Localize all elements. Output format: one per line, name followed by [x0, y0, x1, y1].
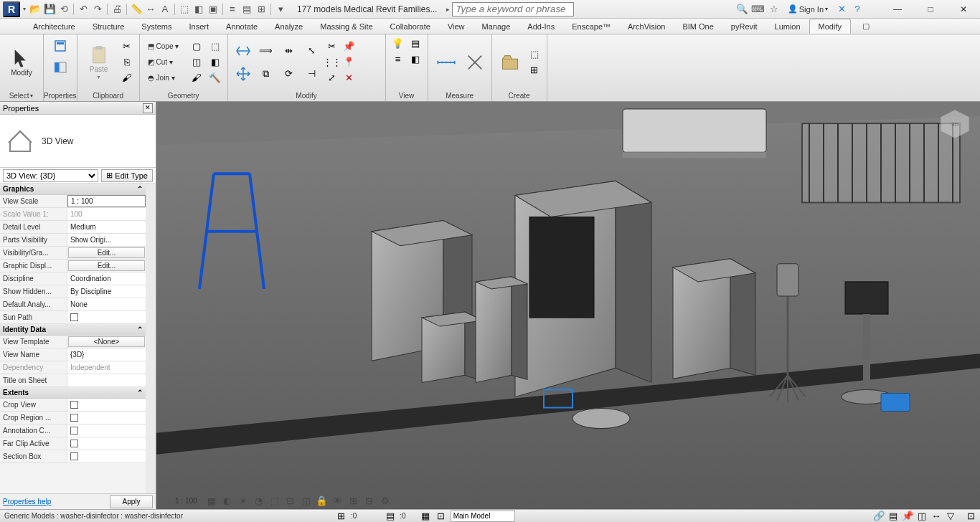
assembly-icon[interactable]: ⊞ [527, 63, 542, 77]
visual-style-icon[interactable]: ◐ [222, 495, 233, 506]
create-similar-button[interactable] [496, 39, 524, 85]
modify-tool-button[interactable]: Modify [4, 39, 39, 85]
view-scale-display[interactable]: 1 : 100 [171, 497, 202, 505]
customize-qat-icon[interactable]: ▾ [274, 3, 287, 16]
scale-icon[interactable]: ⤢ [324, 71, 340, 85]
main-model-icon[interactable]: ⊡ [435, 511, 448, 522]
switch-windows-icon[interactable]: ⊞ [255, 3, 268, 16]
design-options-icon[interactable]: ▦ [419, 511, 432, 522]
sun-path-checkbox[interactable] [67, 311, 146, 323]
redo-icon[interactable]: ↷ [91, 3, 104, 16]
section-icon[interactable]: ◧ [192, 3, 205, 16]
parts-vis-value[interactable]: Show Origi... [67, 234, 146, 246]
rotate-icon[interactable]: ⟳ [278, 63, 300, 85]
paste-button[interactable]: Paste ▼ [82, 39, 116, 85]
offset-icon[interactable]: ⟹ [255, 40, 277, 62]
crop-region-checkbox[interactable] [67, 412, 146, 424]
close-inactive-icon[interactable]: ▤ [240, 3, 253, 16]
tab-lumion[interactable]: Lumion [766, 19, 809, 34]
section-box-checkbox[interactable] [67, 450, 146, 462]
mirror-draw-icon[interactable]: ⤡ [301, 40, 323, 62]
discipline-value[interactable]: Coordination [67, 272, 146, 285]
section-extents[interactable]: Extents ⌃ [0, 387, 146, 399]
dimension-button[interactable] [463, 39, 487, 85]
join-button[interactable]: ◓ Join ▾ [144, 71, 186, 85]
view-type-dropdown[interactable]: 3D View: {3D} [3, 169, 98, 182]
tab-bimone[interactable]: BIM One [674, 19, 722, 34]
cope-button[interactable]: ⬒ Cope ▾ [144, 39, 186, 54]
geom-icon-1[interactable]: ⬚ [207, 39, 223, 54]
view-template-button[interactable]: <None> [68, 336, 145, 347]
mirror-axis-icon[interactable]: ⇹ [278, 40, 300, 62]
help-icon[interactable]: ? [851, 3, 864, 16]
open-icon[interactable]: 📂 [29, 3, 42, 16]
edit-type-button[interactable]: ⊞ Edit Type [101, 169, 153, 182]
type-properties-icon[interactable] [49, 36, 72, 56]
array-icon[interactable]: ⋮⋮ [324, 55, 340, 70]
default-analy-value[interactable]: None [67, 298, 146, 310]
align-icon[interactable]: ↔ [144, 3, 157, 16]
paint-icon[interactable]: 🖌 [189, 71, 204, 85]
temp-hide-icon[interactable]: 👁 [332, 495, 344, 506]
show-hidden-value[interactable]: By Discipline [67, 285, 146, 298]
trim-extend-icon[interactable]: ⊣ [301, 63, 323, 85]
tab-enscape[interactable]: Enscape™ [563, 19, 619, 34]
tab-manage[interactable]: Manage [473, 19, 519, 34]
tab-annotate[interactable]: Annotate [217, 19, 266, 34]
main-model-input[interactable] [451, 511, 515, 522]
tab-context-icon[interactable]: ▢ [854, 19, 871, 34]
cut-profile-icon[interactable]: ◧ [407, 52, 423, 66]
move-icon[interactable] [232, 63, 254, 85]
far-clip-checkbox[interactable] [67, 437, 146, 450]
favorites-icon[interactable]: ☆ [768, 3, 781, 16]
maximize-button[interactable]: □ [914, 0, 947, 19]
minimize-button[interactable]: — [881, 0, 914, 19]
rendering-icon[interactable]: ⬚ [269, 495, 281, 506]
search-ext-icon[interactable]: 🔍 [736, 3, 749, 16]
tab-systems[interactable]: Systems [133, 19, 180, 34]
geom-icon-2[interactable]: ◧ [207, 55, 223, 70]
align-icon[interactable] [232, 40, 254, 62]
properties-scrollbar[interactable] [146, 184, 156, 493]
tab-insert[interactable]: Insert [181, 19, 218, 34]
override-icon[interactable]: ▤ [407, 36, 423, 50]
3d-icon[interactable]: ⬚ [178, 3, 191, 16]
close-button[interactable]: ✕ [947, 0, 980, 19]
view-cube[interactable]: 3D [937, 106, 973, 142]
tab-analyze[interactable]: Analyze [266, 19, 311, 34]
wall-opening-icon[interactable]: ▢ [189, 39, 204, 54]
tab-addins[interactable]: Add-Ins [519, 19, 563, 34]
search-input[interactable] [452, 2, 574, 16]
tab-archvision[interactable]: ArchVision [619, 19, 674, 34]
save-icon[interactable]: 💾 [43, 3, 56, 16]
thin-lines-icon[interactable]: ≡ [226, 3, 239, 16]
drag-elements-icon[interactable]: ↔ [930, 511, 943, 522]
undo-icon[interactable]: ↶ [77, 3, 90, 16]
keys-icon[interactable]: ⌨ [752, 3, 765, 16]
cut-geom-button[interactable]: ◩ Cut ▾ [144, 55, 186, 70]
graphic-display-edit-button[interactable]: Edit... [68, 260, 145, 271]
3d-viewport[interactable]: 3D 1 : 100 ▦ ◐ ☀ ◔ ⬚ ⊡ ◫ 🔒 👁 ⊞ ⊟ ⚙ [156, 102, 980, 509]
cut-icon[interactable]: ✂ [119, 39, 135, 54]
shadows-icon[interactable]: ◔ [253, 495, 265, 506]
title-sheet-value[interactable] [67, 374, 146, 386]
split-icon[interactable]: ✂ [324, 39, 340, 54]
exchange-icon[interactable]: ✕ [835, 3, 848, 16]
tab-structure[interactable]: Structure [84, 19, 133, 34]
view-scale-input[interactable]: 1 : 100 [67, 195, 146, 207]
apply-button[interactable]: Apply [110, 495, 153, 508]
reveal-icon[interactable]: ⊞ [348, 495, 359, 506]
crop-region-icon[interactable]: ◫ [301, 495, 312, 506]
vis-graphics-edit-button[interactable]: Edit... [68, 247, 145, 258]
type-selector[interactable]: 3D View [0, 115, 156, 168]
pin-icon[interactable]: 📌 [341, 39, 357, 54]
unpin-icon[interactable]: 📍 [341, 55, 357, 70]
highlight-icon[interactable]: ⚙ [380, 495, 391, 506]
copy-icon[interactable]: ⎘ [119, 55, 135, 70]
view-name-value[interactable]: {3D} [67, 348, 146, 361]
workset-icon[interactable]: ⊞ [335, 511, 348, 522]
detail-level-icon[interactable]: ▦ [206, 495, 217, 506]
properties-palette-icon[interactable] [49, 57, 72, 77]
copy-modify-icon[interactable]: ⧉ [255, 63, 277, 85]
detail-level-value[interactable]: Medium [67, 221, 146, 233]
